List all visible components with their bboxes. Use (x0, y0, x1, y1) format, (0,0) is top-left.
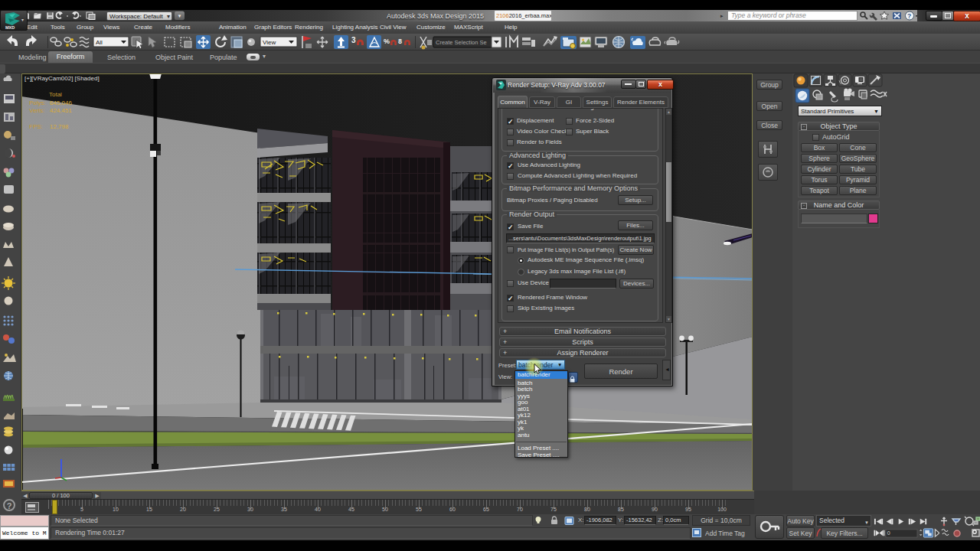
svg-text:3: 3 (351, 36, 356, 44)
svg-text:All: All (96, 39, 103, 46)
svg-text:8: 8 (398, 37, 402, 45)
svg-text:View: View (263, 39, 276, 46)
svg-text:0: 0 (887, 530, 890, 536)
svg-text:Create Selection Se: Create Selection Se (436, 39, 487, 46)
svg-text:%: % (384, 37, 390, 45)
svg-text:?: ? (907, 12, 911, 20)
